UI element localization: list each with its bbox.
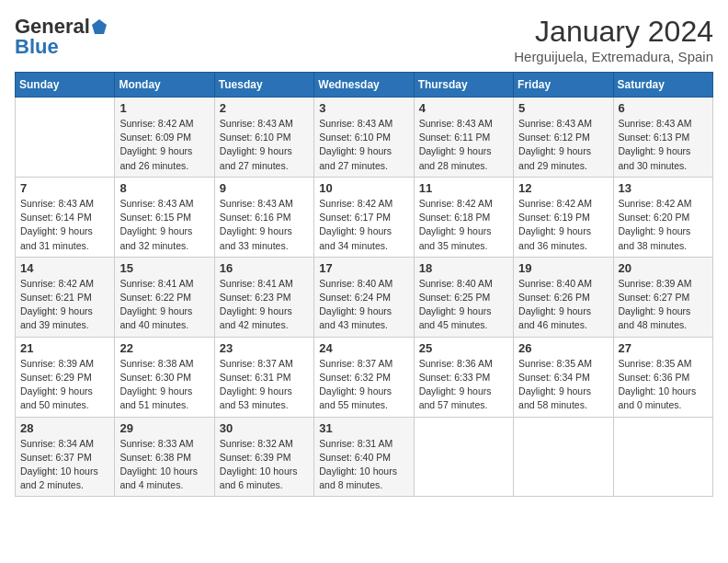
page-header: General Blue January 2024 Herguijuela, E… bbox=[15, 15, 713, 64]
calendar-week-row: 21Sunrise: 8:39 AMSunset: 6:29 PMDayligh… bbox=[16, 337, 713, 417]
weekday-header-sunday: Sunday bbox=[16, 73, 115, 98]
day-number: 29 bbox=[119, 421, 209, 435]
day-number: 20 bbox=[619, 261, 708, 275]
calendar-cell: 23Sunrise: 8:37 AMSunset: 6:31 PMDayligh… bbox=[214, 337, 313, 417]
day-number: 23 bbox=[220, 341, 309, 355]
calendar-cell: 26Sunrise: 8:35 AMSunset: 6:34 PMDayligh… bbox=[514, 337, 613, 417]
calendar-cell: 14Sunrise: 8:42 AMSunset: 6:21 PMDayligh… bbox=[16, 257, 115, 337]
calendar-cell: 1Sunrise: 8:42 AMSunset: 6:09 PMDaylight… bbox=[115, 98, 214, 178]
day-info: Sunrise: 8:42 AMSunset: 6:20 PMDaylight:… bbox=[619, 197, 708, 253]
logo: General Blue bbox=[15, 15, 108, 59]
calendar-cell: 11Sunrise: 8:42 AMSunset: 6:18 PMDayligh… bbox=[414, 177, 513, 257]
calendar-cell: 13Sunrise: 8:42 AMSunset: 6:20 PMDayligh… bbox=[613, 177, 712, 257]
day-info: Sunrise: 8:43 AMSunset: 6:14 PMDaylight:… bbox=[20, 197, 109, 253]
calendar-cell: 5Sunrise: 8:43 AMSunset: 6:12 PMDaylight… bbox=[514, 98, 613, 178]
calendar-cell: 25Sunrise: 8:36 AMSunset: 6:33 PMDayligh… bbox=[414, 337, 513, 417]
day-info: Sunrise: 8:39 AMSunset: 6:29 PMDaylight:… bbox=[20, 357, 109, 413]
calendar-cell: 18Sunrise: 8:40 AMSunset: 6:25 PMDayligh… bbox=[414, 257, 513, 337]
day-info: Sunrise: 8:35 AMSunset: 6:34 PMDaylight:… bbox=[518, 357, 608, 413]
calendar-cell: 3Sunrise: 8:43 AMSunset: 6:10 PMDaylight… bbox=[314, 98, 414, 178]
calendar-week-row: 7Sunrise: 8:43 AMSunset: 6:14 PMDaylight… bbox=[16, 177, 713, 257]
day-info: Sunrise: 8:33 AMSunset: 6:38 PMDaylight:… bbox=[119, 437, 209, 493]
day-info: Sunrise: 8:40 AMSunset: 6:24 PMDaylight:… bbox=[319, 277, 408, 333]
day-info: Sunrise: 8:39 AMSunset: 6:27 PMDaylight:… bbox=[619, 277, 708, 333]
day-info: Sunrise: 8:43 AMSunset: 6:10 PMDaylight:… bbox=[319, 117, 408, 173]
day-number: 4 bbox=[419, 101, 508, 115]
day-number: 9 bbox=[220, 181, 309, 195]
calendar-cell: 15Sunrise: 8:41 AMSunset: 6:22 PMDayligh… bbox=[115, 257, 214, 337]
day-number: 24 bbox=[319, 341, 408, 355]
day-number: 26 bbox=[518, 341, 608, 355]
day-info: Sunrise: 8:42 AMSunset: 6:09 PMDaylight:… bbox=[119, 117, 209, 173]
day-number: 18 bbox=[419, 261, 508, 275]
day-info: Sunrise: 8:42 AMSunset: 6:17 PMDaylight:… bbox=[319, 197, 408, 253]
title-area: January 2024 Herguijuela, Extremadura, S… bbox=[514, 15, 713, 64]
day-info: Sunrise: 8:40 AMSunset: 6:25 PMDaylight:… bbox=[419, 277, 508, 333]
weekday-header-wednesday: Wednesday bbox=[314, 73, 414, 98]
calendar-cell: 19Sunrise: 8:40 AMSunset: 6:26 PMDayligh… bbox=[514, 257, 613, 337]
weekday-header-friday: Friday bbox=[514, 73, 613, 98]
calendar-cell: 21Sunrise: 8:39 AMSunset: 6:29 PMDayligh… bbox=[16, 337, 115, 417]
calendar-cell bbox=[414, 417, 513, 497]
logo-icon bbox=[91, 18, 108, 35]
calendar-cell: 17Sunrise: 8:40 AMSunset: 6:24 PMDayligh… bbox=[314, 257, 414, 337]
day-info: Sunrise: 8:43 AMSunset: 6:15 PMDaylight:… bbox=[119, 197, 209, 253]
calendar-cell: 30Sunrise: 8:32 AMSunset: 6:39 PMDayligh… bbox=[214, 417, 313, 497]
day-number: 19 bbox=[518, 261, 608, 275]
day-number: 3 bbox=[319, 101, 408, 115]
calendar-cell bbox=[514, 417, 613, 497]
day-number: 8 bbox=[119, 181, 209, 195]
calendar-cell: 8Sunrise: 8:43 AMSunset: 6:15 PMDaylight… bbox=[115, 177, 214, 257]
calendar-week-row: 28Sunrise: 8:34 AMSunset: 6:37 PMDayligh… bbox=[16, 417, 713, 497]
day-info: Sunrise: 8:42 AMSunset: 6:18 PMDaylight:… bbox=[419, 197, 508, 253]
calendar-cell: 20Sunrise: 8:39 AMSunset: 6:27 PMDayligh… bbox=[613, 257, 712, 337]
day-info: Sunrise: 8:38 AMSunset: 6:30 PMDaylight:… bbox=[119, 357, 209, 413]
weekday-header-thursday: Thursday bbox=[414, 73, 513, 98]
day-info: Sunrise: 8:35 AMSunset: 6:36 PMDaylight:… bbox=[619, 357, 708, 413]
day-number: 12 bbox=[518, 181, 608, 195]
calendar-cell: 28Sunrise: 8:34 AMSunset: 6:37 PMDayligh… bbox=[16, 417, 115, 497]
day-info: Sunrise: 8:37 AMSunset: 6:31 PMDaylight:… bbox=[220, 357, 309, 413]
day-number: 25 bbox=[419, 341, 508, 355]
calendar-cell: 9Sunrise: 8:43 AMSunset: 6:16 PMDaylight… bbox=[214, 177, 313, 257]
calendar-cell: 29Sunrise: 8:33 AMSunset: 6:38 PMDayligh… bbox=[115, 417, 214, 497]
calendar-cell: 22Sunrise: 8:38 AMSunset: 6:30 PMDayligh… bbox=[115, 337, 214, 417]
calendar-cell: 12Sunrise: 8:42 AMSunset: 6:19 PMDayligh… bbox=[514, 177, 613, 257]
calendar-cell bbox=[16, 98, 115, 178]
day-info: Sunrise: 8:40 AMSunset: 6:26 PMDaylight:… bbox=[518, 277, 608, 333]
month-title: January 2024 bbox=[514, 15, 713, 49]
calendar-week-row: 14Sunrise: 8:42 AMSunset: 6:21 PMDayligh… bbox=[16, 257, 713, 337]
day-info: Sunrise: 8:32 AMSunset: 6:39 PMDaylight:… bbox=[220, 437, 309, 493]
day-info: Sunrise: 8:43 AMSunset: 6:11 PMDaylight:… bbox=[419, 117, 508, 173]
calendar-cell: 4Sunrise: 8:43 AMSunset: 6:11 PMDaylight… bbox=[414, 98, 513, 178]
day-info: Sunrise: 8:43 AMSunset: 6:16 PMDaylight:… bbox=[220, 197, 309, 253]
day-info: Sunrise: 8:42 AMSunset: 6:21 PMDaylight:… bbox=[20, 277, 109, 333]
day-number: 14 bbox=[20, 261, 109, 275]
day-info: Sunrise: 8:41 AMSunset: 6:22 PMDaylight:… bbox=[119, 277, 209, 333]
day-number: 6 bbox=[619, 101, 708, 115]
weekday-header-row: SundayMondayTuesdayWednesdayThursdayFrid… bbox=[16, 73, 713, 98]
day-info: Sunrise: 8:42 AMSunset: 6:19 PMDaylight:… bbox=[518, 197, 608, 253]
day-info: Sunrise: 8:34 AMSunset: 6:37 PMDaylight:… bbox=[20, 437, 109, 493]
weekday-header-tuesday: Tuesday bbox=[214, 73, 313, 98]
weekday-header-saturday: Saturday bbox=[613, 73, 712, 98]
calendar-week-row: 1Sunrise: 8:42 AMSunset: 6:09 PMDaylight… bbox=[16, 98, 713, 178]
day-number: 30 bbox=[220, 421, 309, 435]
location-subtitle: Herguijuela, Extremadura, Spain bbox=[514, 49, 713, 64]
day-info: Sunrise: 8:43 AMSunset: 6:10 PMDaylight:… bbox=[220, 117, 309, 173]
svg-marker-0 bbox=[92, 19, 107, 34]
weekday-header-monday: Monday bbox=[115, 73, 214, 98]
day-number: 1 bbox=[119, 101, 209, 115]
day-number: 31 bbox=[319, 421, 408, 435]
day-info: Sunrise: 8:37 AMSunset: 6:32 PMDaylight:… bbox=[319, 357, 408, 413]
calendar-cell bbox=[613, 417, 712, 497]
day-number: 11 bbox=[419, 181, 508, 195]
day-number: 2 bbox=[220, 101, 309, 115]
day-info: Sunrise: 8:43 AMSunset: 6:13 PMDaylight:… bbox=[619, 117, 708, 173]
day-info: Sunrise: 8:41 AMSunset: 6:23 PMDaylight:… bbox=[220, 277, 309, 333]
day-number: 27 bbox=[619, 341, 708, 355]
day-info: Sunrise: 8:43 AMSunset: 6:12 PMDaylight:… bbox=[518, 117, 608, 173]
calendar-table: SundayMondayTuesdayWednesdayThursdayFrid… bbox=[15, 72, 713, 497]
day-number: 22 bbox=[119, 341, 209, 355]
day-number: 16 bbox=[220, 261, 309, 275]
